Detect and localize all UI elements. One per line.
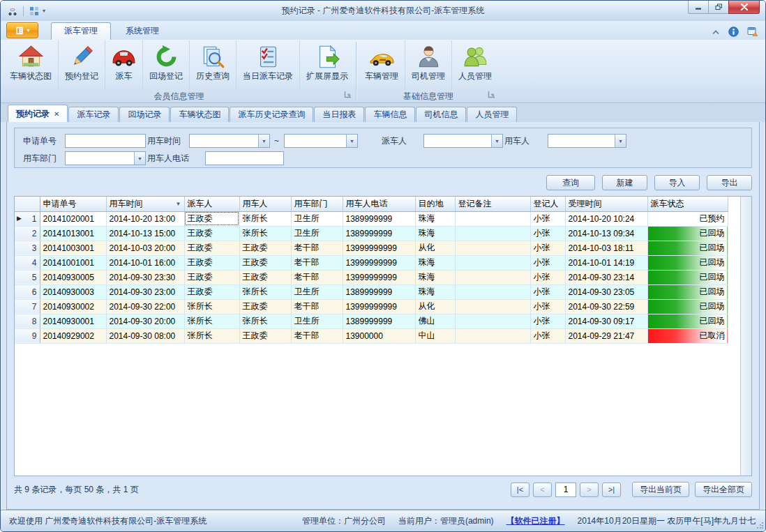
grid-cell[interactable]: 王政委 bbox=[184, 255, 239, 270]
grid-cell[interactable] bbox=[455, 255, 530, 270]
row-selector[interactable]: 8 bbox=[15, 314, 40, 328]
app-menu-button[interactable]: ▾ bbox=[6, 22, 38, 38]
grid-cell[interactable]: 张所长 bbox=[239, 211, 291, 226]
dispatch-status-cell[interactable]: 已回场 bbox=[647, 284, 728, 299]
grid-cell[interactable]: 20141013001 bbox=[40, 226, 106, 241]
restore-button[interactable] bbox=[708, 1, 728, 14]
chevron-down-icon[interactable]: ▼ bbox=[491, 135, 502, 147]
grid-cell[interactable]: 13999999999 bbox=[343, 299, 415, 314]
grid-cell[interactable]: 王政委 bbox=[184, 226, 239, 241]
grid-cell[interactable]: 2014-10-01 16:00 bbox=[106, 255, 184, 270]
grid-cell[interactable]: 佛山 bbox=[415, 314, 455, 328]
grid-cell[interactable]: 王政委 bbox=[184, 241, 239, 255]
dispatch-status-cell[interactable]: 已回场 bbox=[647, 299, 728, 314]
grid-cell[interactable] bbox=[455, 284, 530, 299]
grid-cell[interactable]: 珠海 bbox=[415, 270, 455, 284]
close-button[interactable] bbox=[728, 1, 760, 14]
document-tab[interactable]: 派车记录 bbox=[68, 107, 119, 122]
grid-cell[interactable]: 2014-09-30 08:00 bbox=[106, 328, 184, 343]
column-header[interactable]: 派车人 bbox=[184, 197, 239, 211]
layout-icon[interactable] bbox=[29, 6, 40, 17]
grid-cell[interactable]: 张所长 bbox=[239, 314, 291, 328]
grid-cell[interactable]: 王政委 bbox=[239, 299, 291, 314]
grid-cell[interactable]: 张所长 bbox=[239, 284, 291, 299]
grid-cell[interactable]: 老干部 bbox=[291, 241, 343, 255]
grid-cell[interactable]: 从化 bbox=[415, 299, 455, 314]
grid-cell[interactable] bbox=[455, 299, 530, 314]
ribbon-button[interactable]: 车辆管理 bbox=[359, 40, 405, 90]
row-selector[interactable]: 5 bbox=[15, 270, 40, 284]
close-tab-icon[interactable]: ✕ bbox=[54, 110, 59, 118]
chevron-down-icon[interactable]: ▼ bbox=[258, 135, 269, 147]
grid-cell[interactable]: 1389999999 bbox=[343, 314, 415, 328]
grid-cell[interactable]: 张所长 bbox=[239, 226, 291, 241]
grid-cell[interactable]: 张所长 bbox=[184, 328, 239, 343]
dispatch-status-cell[interactable]: 已取消 bbox=[647, 328, 728, 343]
grid-cell[interactable]: 2014-10-03 18:11 bbox=[565, 241, 647, 255]
grid-cell[interactable]: 2014-10-20 13:00 bbox=[106, 211, 184, 226]
grid-cell[interactable] bbox=[455, 270, 530, 284]
grid-cell[interactable]: 老干部 bbox=[291, 270, 343, 284]
grid-cell[interactable]: 卫生所 bbox=[291, 284, 343, 299]
grid-cell[interactable] bbox=[455, 314, 530, 328]
grid-cell[interactable]: 小张 bbox=[530, 328, 565, 343]
page-number-input[interactable] bbox=[555, 482, 576, 497]
grid-cell[interactable]: 2014-09-29 21:47 bbox=[565, 328, 647, 343]
first-page-button[interactable]: |< bbox=[511, 482, 530, 497]
vertical-scrollbar[interactable] bbox=[740, 197, 751, 476]
grid-cell[interactable]: 20141020001 bbox=[40, 211, 106, 226]
grid-cell[interactable]: 张所长 bbox=[184, 314, 239, 328]
info-icon[interactable] bbox=[728, 26, 739, 37]
row-selector[interactable]: 7 bbox=[15, 299, 40, 314]
ribbon-button[interactable]: 人员管理 bbox=[452, 40, 498, 90]
column-header[interactable]: 登记备注 bbox=[455, 197, 530, 211]
grid-cell[interactable]: 2014-10-03 20:00 bbox=[106, 241, 184, 255]
export-all-pages-button[interactable]: 导出全部页 bbox=[695, 482, 752, 497]
car-user-combo[interactable]: ▼ bbox=[548, 134, 626, 148]
ribbon-button[interactable]: 司机管理 bbox=[405, 40, 452, 90]
about-icon[interactable] bbox=[747, 26, 758, 37]
grid-cell[interactable] bbox=[455, 211, 530, 226]
grid-cell[interactable]: 小张 bbox=[530, 211, 565, 226]
document-tab[interactable]: 人员管理 bbox=[467, 107, 517, 122]
grid-cell[interactable]: 2014-09-30 22:00 bbox=[106, 299, 184, 314]
ribbon-button[interactable]: 扩展屏显示 bbox=[300, 40, 354, 90]
grid-cell[interactable]: 2014-10-20 10:24 bbox=[565, 211, 647, 226]
grid-cell[interactable]: 13900000 bbox=[343, 328, 415, 343]
grid-cell[interactable]: 2014-09-30 23:30 bbox=[106, 270, 184, 284]
document-tab[interactable]: 回场记录 bbox=[119, 107, 170, 122]
grid-cell[interactable]: 小张 bbox=[530, 255, 565, 270]
collapse-ribbon-icon[interactable] bbox=[712, 29, 720, 35]
column-header[interactable]: 用车部门 bbox=[291, 197, 343, 211]
dialog-launcher-icon[interactable] bbox=[488, 91, 495, 100]
export-button[interactable]: 导出 bbox=[707, 175, 752, 190]
grid-cell[interactable]: 2014-09-30 23:14 bbox=[565, 270, 647, 284]
query-button[interactable]: 查询 bbox=[546, 175, 595, 190]
chevron-down-icon[interactable]: ▼ bbox=[346, 135, 357, 147]
document-tab[interactable]: 司机信息 bbox=[416, 107, 466, 122]
grid-cell[interactable] bbox=[455, 241, 530, 255]
grid-cell[interactable]: 珠海 bbox=[415, 284, 455, 299]
grid-cell[interactable]: 2014-09-30 20:00 bbox=[106, 314, 184, 328]
grid-cell[interactable]: 老干部 bbox=[291, 328, 343, 343]
grid-cell[interactable]: 珠海 bbox=[415, 255, 455, 270]
chevron-down-icon[interactable]: ▼ bbox=[134, 152, 145, 165]
dispatch-status-cell[interactable]: 已预约 bbox=[647, 211, 728, 226]
row-selector[interactable]: 6 bbox=[15, 284, 40, 299]
grid-cell[interactable]: 13999999999 bbox=[343, 270, 415, 284]
column-header[interactable]: 受理时间 bbox=[565, 197, 647, 211]
row-selector[interactable]: 4 bbox=[15, 255, 40, 270]
request-no-input[interactable] bbox=[65, 134, 146, 148]
grid-cell[interactable] bbox=[455, 328, 530, 343]
grid-cell[interactable]: 13999999999 bbox=[343, 255, 415, 270]
next-page-button[interactable]: > bbox=[580, 482, 599, 497]
grid-cell[interactable]: 王政委 bbox=[184, 211, 239, 226]
ribbon-button[interactable]: 派车 bbox=[105, 40, 143, 90]
resize-grip[interactable] bbox=[756, 522, 763, 529]
column-header[interactable]: 申请单号 bbox=[40, 197, 106, 211]
grid-cell[interactable]: 20140929002 bbox=[40, 328, 106, 343]
document-tab[interactable]: 派车历史记录查询 bbox=[230, 107, 313, 122]
dispatcher-combo[interactable]: ▼ bbox=[423, 134, 503, 148]
grid-cell[interactable]: 2014-10-13 09:34 bbox=[565, 226, 647, 241]
column-header[interactable]: 派车状态 bbox=[647, 197, 728, 211]
